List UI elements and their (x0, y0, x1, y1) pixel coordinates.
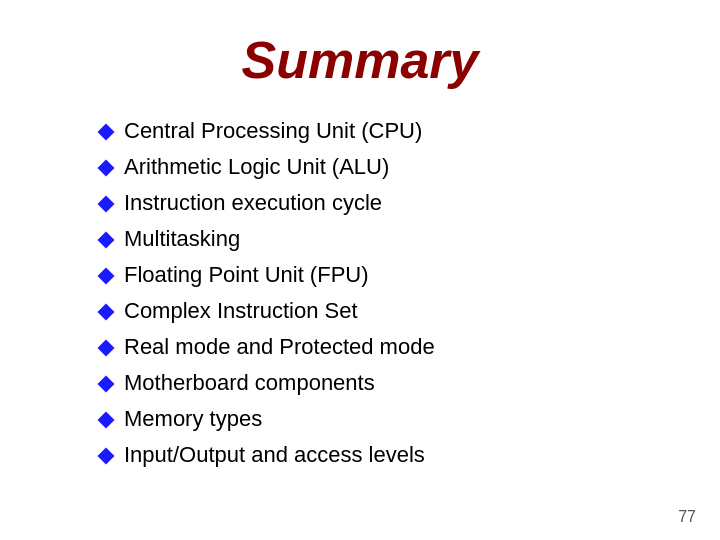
bullet-diamond-icon (98, 376, 115, 393)
bullet-list: Central Processing Unit (CPU)Arithmetic … (100, 118, 660, 468)
bullet-diamond-icon (98, 124, 115, 141)
bullet-diamond-icon (98, 160, 115, 177)
bullet-diamond-icon (98, 304, 115, 321)
slide-title: Summary (60, 30, 660, 90)
bullet-diamond-icon (98, 268, 115, 285)
list-item-text: Floating Point Unit (FPU) (124, 262, 369, 288)
list-item: Real mode and Protected mode (100, 334, 660, 360)
list-item: Motherboard components (100, 370, 660, 396)
list-item-text: Complex Instruction Set (124, 298, 358, 324)
list-item: Input/Output and access levels (100, 442, 660, 468)
list-item: Memory types (100, 406, 660, 432)
bullet-diamond-icon (98, 340, 115, 357)
list-item: Central Processing Unit (CPU) (100, 118, 660, 144)
list-item: Complex Instruction Set (100, 298, 660, 324)
list-item: Arithmetic Logic Unit (ALU) (100, 154, 660, 180)
list-item-text: Arithmetic Logic Unit (ALU) (124, 154, 389, 180)
list-item: Multitasking (100, 226, 660, 252)
list-item-text: Motherboard components (124, 370, 375, 396)
list-item: Instruction execution cycle (100, 190, 660, 216)
list-item-text: Memory types (124, 406, 262, 432)
list-item-text: Input/Output and access levels (124, 442, 425, 468)
list-item-text: Real mode and Protected mode (124, 334, 435, 360)
list-item-text: Multitasking (124, 226, 240, 252)
slide: Summary Central Processing Unit (CPU)Ari… (0, 0, 720, 540)
bullet-diamond-icon (98, 448, 115, 465)
list-item: Floating Point Unit (FPU) (100, 262, 660, 288)
bullet-diamond-icon (98, 232, 115, 249)
bullet-diamond-icon (98, 412, 115, 429)
list-item-text: Central Processing Unit (CPU) (124, 118, 422, 144)
bullet-diamond-icon (98, 196, 115, 213)
list-item-text: Instruction execution cycle (124, 190, 382, 216)
slide-number: 77 (678, 508, 696, 526)
